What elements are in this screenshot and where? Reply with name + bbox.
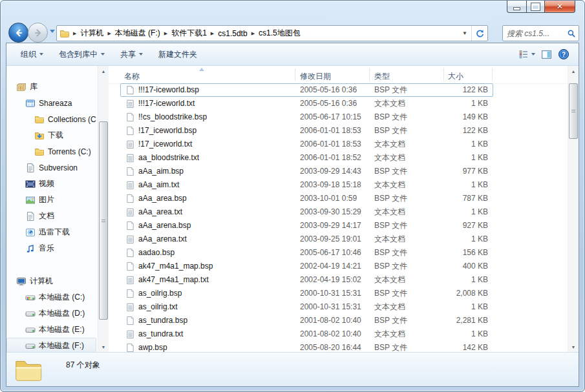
address-bar[interactable]: ▶计算机▶本地磁盘 (F:)▶软件下载1▶cs1.5dtb▶cs1.5地图包 ▼ xyxy=(56,25,488,41)
breadcrumb-item-3[interactable]: cs1.5dtb xyxy=(215,29,250,38)
preview-pane-button[interactable] xyxy=(541,49,552,60)
txt-file-icon xyxy=(125,302,135,312)
breadcrumb-item-0[interactable]: 计算机 xyxy=(77,28,107,39)
sidebar-item-8[interactable]: 文档 xyxy=(6,208,96,224)
table-row[interactable]: !!cs_bloodstrike.bsp2005-06-17 10:15BSP … xyxy=(109,110,568,124)
toolbar-button-label: 新建文件夹 xyxy=(158,49,197,60)
scroll-down-icon[interactable]: ▼ xyxy=(568,342,579,352)
file-type: BSP 文件 xyxy=(374,314,407,327)
close-button[interactable]: ✕ xyxy=(544,1,575,13)
table-row[interactable]: !!!17-iceworld.txt2005-05-16 0:36文本文档1 K… xyxy=(109,97,568,110)
sidebar-item-label: 本地磁盘 (C:) xyxy=(39,292,85,303)
table-row[interactable]: as_tundra.bsp2001-08-02 10:40BSP 文件2,281… xyxy=(109,314,568,327)
sidebar-item-9[interactable]: 迅雷下载 xyxy=(6,224,96,240)
file-type: 文本文档 xyxy=(374,97,405,110)
table-row[interactable]: !17_iceworld.txt2006-01-01 18:53文本文档1 KB xyxy=(109,138,568,151)
txt-file-icon xyxy=(125,99,135,108)
sidebar-item-label: 图片 xyxy=(39,194,54,205)
column-header-2[interactable]: 类型 xyxy=(374,71,390,82)
file-type: 文本文档 xyxy=(374,300,405,314)
sidebar-scrollbar[interactable]: ▲ ▼ xyxy=(98,66,109,352)
file-scrollbar-thumb[interactable] xyxy=(569,83,578,139)
item-count-label: 87 个对象 xyxy=(66,360,100,371)
refresh-button[interactable] xyxy=(471,26,487,41)
table-row[interactable]: !17_iceworld.bsp2006-01-01 18:53BSP 文件12… xyxy=(109,124,568,138)
txt-file-icon xyxy=(125,275,135,285)
table-row[interactable]: ak47_m4a1_map.bsp2002-04-19 14:21BSP 文件4… xyxy=(109,260,568,273)
toolbar-button-1[interactable]: 包含到库中 xyxy=(52,46,111,63)
file-size: 156 KB xyxy=(435,246,488,260)
sidebar-item-11[interactable]: 计算机 xyxy=(6,273,96,289)
breadcrumb-item-2[interactable]: 软件下载1 xyxy=(168,28,210,39)
table-row[interactable]: aAa_arena.txt2003-09-25 19:01文本文档1 KB xyxy=(109,232,568,246)
file-list-scrollbar[interactable]: ▲ ▼ xyxy=(568,66,579,352)
column-header-1[interactable]: 修改日期 xyxy=(300,71,331,82)
sidebar-item-3[interactable]: 下载 xyxy=(6,127,96,143)
sidebar-item-10[interactable]: 音乐 xyxy=(6,240,96,256)
scroll-up-icon[interactable]: ▲ xyxy=(568,66,579,76)
table-row[interactable]: aAa_aim.txt2003-09-18 15:18文本文档1 KB xyxy=(109,178,568,192)
address-dropdown-icon[interactable]: ▼ xyxy=(458,26,471,41)
help-button[interactable]: ? xyxy=(558,48,569,60)
forward-arrow-icon xyxy=(33,28,43,38)
client-area: 组织包含到库中共享新建文件夹 xyxy=(6,43,579,387)
minimize-button[interactable] xyxy=(507,1,527,13)
column-header-3[interactable]: 大小 xyxy=(448,71,463,82)
table-row[interactable]: awp.bsp2005-08-20 16:44BSP 文件142 KB xyxy=(109,341,568,352)
recent-pages-chevron-icon[interactable] xyxy=(50,30,55,33)
file-type: BSP 文件 xyxy=(374,165,407,178)
sidebar-item-12[interactable]: 本地磁盘 (C:) xyxy=(6,289,96,305)
sidebar-item-6[interactable]: 视频 xyxy=(6,176,96,192)
file-name: ak47_m4a1_map.txt xyxy=(138,273,209,287)
file-type: BSP 文件 xyxy=(374,110,407,124)
search-icon[interactable] xyxy=(564,29,579,38)
file-date-modified: 2001-08-02 10:40 xyxy=(300,314,361,327)
sidebar-scrollbar-thumb[interactable] xyxy=(99,121,108,320)
table-row[interactable]: as_tundra.txt2001-08-02 10:40文本文档1 KB xyxy=(109,327,568,341)
toolbar-button-0[interactable]: 组织 xyxy=(14,46,50,63)
help-icon: ? xyxy=(558,48,569,60)
file-type: 文本文档 xyxy=(374,205,405,219)
sidebar-item-4[interactable]: Torrents (C:) xyxy=(6,143,96,160)
sidebar-item-7[interactable]: 图片 xyxy=(6,192,96,208)
sidebar-item-2[interactable]: Collections (C xyxy=(6,111,96,127)
table-row[interactable]: aAa_arena.bsp2003-09-29 14:17BSP 文件927 K… xyxy=(109,219,568,232)
forward-button[interactable] xyxy=(28,23,48,43)
explorer-window: ✕ ▶计算机▶本地磁盘 (F:)▶软件下载1▶cs1.5dtb▶cs1.5地图包… xyxy=(0,0,585,392)
toolbar-button-3[interactable]: 新建文件夹 xyxy=(152,46,204,63)
file-size: 977 KB xyxy=(435,165,488,178)
scroll-up-icon[interactable]: ▲ xyxy=(98,66,109,76)
library-icon xyxy=(16,82,27,92)
table-row[interactable]: as_oilrig.txt2000-10-31 15:31文本文档1 KB xyxy=(109,300,568,314)
back-button[interactable] xyxy=(8,23,28,43)
sidebar-item-5[interactable]: Subversion xyxy=(6,160,96,176)
sidebar-item-13[interactable]: 本地磁盘 (D:) xyxy=(6,305,96,322)
sidebar-item-0[interactable]: 库 xyxy=(6,79,96,95)
table-row[interactable]: as_oilrig.bsp2000-10-31 15:31BSP 文件2,008… xyxy=(109,287,568,300)
views-button[interactable] xyxy=(518,49,535,59)
table-row[interactable]: aAa_area.txt2003-09-30 15:29文本文档1 KB xyxy=(109,205,568,219)
search-input[interactable] xyxy=(503,29,564,38)
table-row[interactable]: aAa_aim.bsp2003-09-29 14:43BSP 文件977 KB xyxy=(109,165,568,178)
maximize-button[interactable] xyxy=(527,1,544,13)
scroll-down-icon[interactable]: ▼ xyxy=(98,342,109,352)
table-row[interactable]: aadao.bsp2005-06-17 10:46BSP 文件156 KB xyxy=(109,246,568,260)
toolbar-button-2[interactable]: 共享 xyxy=(114,46,149,63)
sort-ascending-icon xyxy=(199,68,204,71)
views-dropdown-icon xyxy=(531,53,535,56)
sidebar-item-15[interactable]: 本地磁盘 (F:) xyxy=(6,338,96,352)
table-row[interactable]: ak47_m4a1_map.txt2002-04-19 15:02文本文档1 K… xyxy=(109,273,568,287)
sidebar-item-14[interactable]: 本地磁盘 (E:) xyxy=(6,322,96,338)
file-date-modified: 2006-01-01 18:53 xyxy=(300,124,361,138)
table-row[interactable]: aAa_area.bsp2003-10-01 0:59BSP 文件787 KB xyxy=(109,192,568,205)
sidebar-item-label: Collections (C xyxy=(48,115,96,124)
table-row[interactable]: !!!17-iceworld.bsp2005-05-16 0:36BSP 文件1… xyxy=(109,83,568,97)
breadcrumb-item-4[interactable]: cs1.5地图包 xyxy=(255,28,304,39)
breadcrumb-item-1[interactable]: 本地磁盘 (F:) xyxy=(112,28,164,39)
file-name: !!cs_bloodstrike.bsp xyxy=(138,110,207,124)
column-header-0[interactable]: 名称 xyxy=(124,71,140,82)
table-row[interactable]: aa_bloodstrike.txt2006-01-01 18:52文本文档1 … xyxy=(109,151,568,165)
file-date-modified: 2005-08-20 16:44 xyxy=(300,341,361,352)
sidebar-item-1[interactable]: Shareaza xyxy=(6,95,96,111)
file-size: 122 KB xyxy=(435,83,488,97)
